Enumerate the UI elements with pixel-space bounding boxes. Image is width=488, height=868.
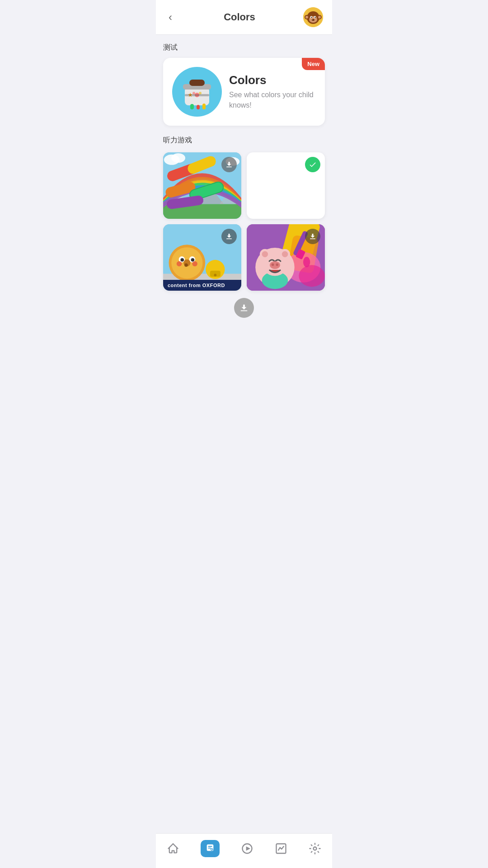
bottom-download-icon: [239, 303, 249, 313]
game-card-painting[interactable]: [247, 224, 325, 291]
listening-section-label: 听力游戏: [163, 127, 325, 151]
nav-item-progress[interactable]: [269, 840, 293, 857]
nav-item-play[interactable]: [235, 840, 259, 857]
downloaded-icon-svg: [309, 160, 317, 169]
svg-point-49: [192, 261, 197, 267]
oxford-card-background: content from OXFORD: [163, 224, 241, 291]
svg-rect-55: [226, 239, 232, 240]
bottom-download-button[interactable]: [234, 298, 254, 318]
svg-point-11: [312, 19, 314, 21]
svg-point-80: [211, 849, 212, 850]
test-section-label: 测试: [163, 35, 325, 58]
svg-rect-75: [241, 311, 248, 311]
svg-rect-74: [310, 239, 315, 240]
download-icon-svg-oxford: [225, 232, 233, 241]
paint-card-background: [247, 224, 325, 291]
svg-rect-38: [226, 167, 232, 168]
test-card-image: [172, 67, 222, 117]
svg-point-26: [171, 153, 185, 163]
nav-item-home[interactable]: [161, 840, 185, 857]
learn-icon: [205, 843, 215, 853]
svg-rect-16: [190, 104, 194, 109]
nav-item-settings[interactable]: [303, 840, 327, 857]
back-button[interactable]: ‹: [165, 9, 176, 25]
nav-item-learn[interactable]: [195, 838, 225, 859]
new-badge: New: [302, 58, 325, 70]
main-content: 测试: [156, 35, 332, 367]
svg-point-73: [303, 257, 310, 267]
svg-point-54: [214, 274, 216, 277]
svg-point-48: [177, 261, 182, 267]
svg-point-66: [262, 251, 268, 257]
oxford-label: content from OXFORD: [163, 280, 241, 291]
app-header: ‹ Colors: [156, 0, 332, 35]
svg-point-67: [282, 251, 288, 257]
page-title: Colors: [224, 11, 255, 23]
svg-point-8: [305, 16, 308, 19]
bottom-download-indicator: [163, 291, 325, 321]
svg-rect-18: [202, 104, 206, 109]
svg-point-5: [311, 17, 312, 18]
progress-icon: [275, 842, 287, 855]
svg-rect-77: [208, 846, 212, 847]
svg-point-6: [314, 17, 315, 18]
game-card-rainbow[interactable]: [163, 152, 241, 219]
download-button-rainbow[interactable]: [221, 157, 237, 172]
svg-point-84: [314, 847, 317, 850]
svg-point-12: [312, 19, 313, 20]
svg-point-70: [276, 264, 278, 266]
settings-icon: [309, 842, 321, 855]
test-card[interactable]: Colors See what colors your child knows!…: [163, 58, 325, 126]
game-card-second[interactable]: [247, 152, 325, 219]
svg-point-68: [270, 261, 280, 269]
game-grid: content from OXFORD: [163, 152, 325, 291]
rainbow-card-background: [163, 152, 241, 219]
svg-rect-17: [197, 105, 200, 109]
play-icon: [241, 842, 253, 855]
svg-point-10: [318, 16, 321, 19]
download-button-painting[interactable]: [305, 229, 320, 244]
bottom-navigation: [156, 833, 332, 868]
game-card-oxford[interactable]: content from OXFORD: [163, 224, 241, 291]
svg-point-46: [180, 258, 184, 262]
download-button-oxford[interactable]: [221, 229, 237, 244]
svg-rect-23: [185, 94, 209, 96]
avatar-image: [303, 7, 323, 27]
download-button-second[interactable]: [305, 157, 320, 172]
svg-marker-82: [246, 846, 250, 850]
test-card-content: Colors See what colors your child knows!: [229, 73, 316, 110]
test-card-description: See what colors your child knows!: [229, 90, 316, 110]
svg-rect-15: [189, 80, 205, 86]
svg-point-51: [184, 264, 188, 267]
home-icon: [167, 842, 179, 855]
avatar[interactable]: [303, 7, 323, 27]
svg-point-60: [299, 265, 325, 287]
svg-point-69: [272, 264, 274, 266]
download-icon-svg: [225, 160, 233, 169]
download-icon-svg-painting: [309, 232, 317, 241]
learn-active-bg: [201, 840, 220, 857]
paint-bucket-svg: [177, 71, 217, 112]
svg-rect-78: [208, 848, 211, 849]
svg-point-47: [191, 258, 195, 262]
test-card-title: Colors: [229, 73, 316, 87]
